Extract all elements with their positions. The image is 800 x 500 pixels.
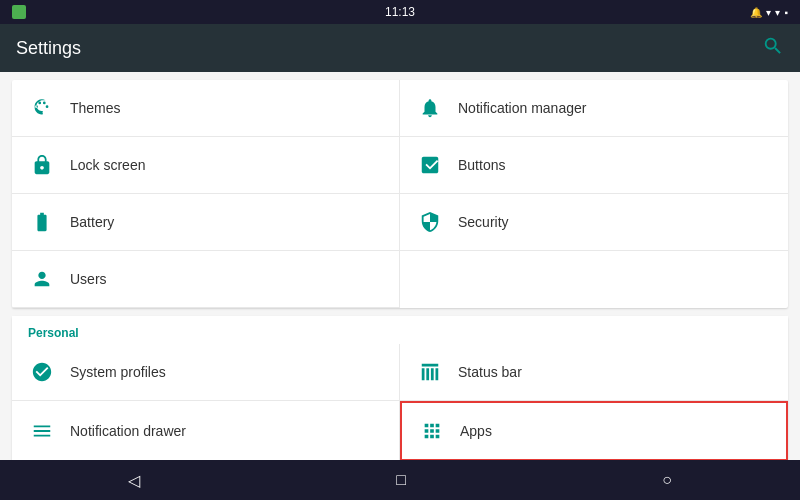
themes-icon [28, 94, 56, 122]
notification-manager-icon [416, 94, 444, 122]
sidebar-item-notification-manager[interactable]: Notification manager [400, 80, 788, 137]
personal-grid: System profiles Status bar Notification … [12, 344, 788, 460]
battery-icon: ▪ [784, 7, 788, 18]
notification-manager-label: Notification manager [458, 100, 586, 116]
app-bar: Settings [0, 24, 800, 72]
settings-content: Themes Notification manager Lock screen … [0, 72, 800, 460]
sidebar-item-notification-drawer[interactable]: Notification drawer [12, 401, 400, 460]
users-label: Users [70, 271, 107, 287]
sidebar-item-system-profiles[interactable]: System profiles [12, 344, 400, 401]
status-bar-time: 11:13 [385, 5, 415, 19]
security-icon [416, 208, 444, 236]
page-title: Settings [16, 38, 81, 59]
apps-icon [418, 417, 446, 445]
volume-icon: 🔔 [750, 7, 762, 18]
search-button[interactable] [762, 35, 784, 62]
system-profiles-label: System profiles [70, 364, 166, 380]
sidebar-item-apps[interactable]: Apps [400, 401, 788, 460]
personal-section-header: Personal [12, 316, 788, 344]
battery-label: Battery [70, 214, 114, 230]
status-bar-right: 🔔 ▾ ▾ ▪ [750, 7, 788, 18]
sidebar-item-users[interactable]: Users [12, 251, 400, 308]
sidebar-item-buttons[interactable]: Buttons [400, 137, 788, 194]
device-grid: Themes Notification manager Lock screen … [12, 80, 788, 308]
status-bar: 11:13 🔔 ▾ ▾ ▪ [0, 0, 800, 24]
system-profiles-icon [28, 358, 56, 386]
personal-section: Personal System profiles Status bar Noti… [12, 316, 788, 460]
notification-drawer-label: Notification drawer [70, 423, 186, 439]
status-bar-label: Status bar [458, 364, 522, 380]
nav-bar: ◁ □ ○ [0, 460, 800, 500]
security-label: Security [458, 214, 509, 230]
sidebar-item-battery[interactable]: Battery [12, 194, 400, 251]
notification-drawer-icon [28, 417, 56, 445]
sidebar-item-lock-screen[interactable]: Lock screen [12, 137, 400, 194]
buttons-icon [416, 151, 444, 179]
buttons-label: Buttons [458, 157, 505, 173]
device-section: Themes Notification manager Lock screen … [12, 80, 788, 308]
battery-settings-icon [28, 208, 56, 236]
users-icon [28, 265, 56, 293]
apps-label: Apps [460, 423, 492, 439]
recent-apps-button[interactable]: ○ [642, 463, 692, 497]
back-button[interactable]: ◁ [108, 463, 160, 498]
sidebar-item-themes[interactable]: Themes [12, 80, 400, 137]
wifi-icon: ▾ [766, 7, 771, 18]
themes-label: Themes [70, 100, 121, 116]
signal-icon: ▾ [775, 7, 780, 18]
lock-screen-icon [28, 151, 56, 179]
status-bar-left [12, 5, 28, 19]
status-bar-icon [416, 358, 444, 386]
lock-screen-label: Lock screen [70, 157, 145, 173]
app-icon [12, 5, 26, 19]
sidebar-item-status-bar[interactable]: Status bar [400, 344, 788, 401]
sidebar-item-security[interactable]: Security [400, 194, 788, 251]
empty-item [400, 251, 788, 308]
home-button[interactable]: □ [376, 463, 426, 497]
